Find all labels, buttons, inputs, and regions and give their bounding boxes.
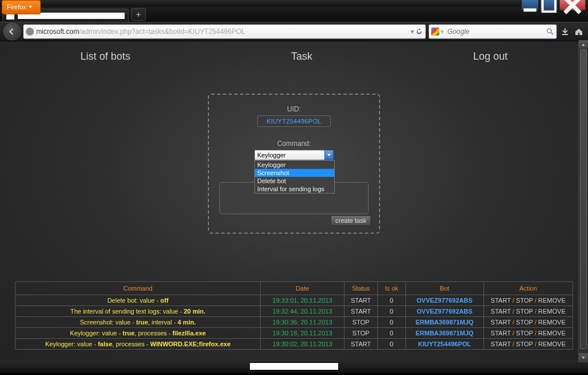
url-host: microsoft.com: [36, 28, 79, 36]
status-blank: [249, 362, 339, 370]
cell-isok: 0: [378, 295, 406, 306]
cell-action: START / STOP / REMOVE: [483, 328, 572, 339]
command-selected: Keylogger: [254, 150, 334, 160]
th-date: Date: [261, 282, 345, 295]
url-path: /admin/index.php?act=tasks&botid=KIUYT25…: [79, 28, 246, 36]
th-status: Status: [344, 282, 377, 295]
search-sep: ▾: [440, 28, 444, 36]
action-remove[interactable]: REMOVE: [538, 330, 566, 337]
action-stop[interactable]: STOP: [516, 330, 533, 337]
cell-status: START: [344, 306, 377, 317]
nav-list-of-bots[interactable]: List of bots: [80, 51, 130, 63]
app-window: Firefox + microsoft.com/admin/index.php?…: [0, 0, 588, 375]
scroll-thumb[interactable]: [580, 49, 587, 349]
nav-logout[interactable]: Log out: [473, 51, 508, 63]
task-table-wrap: Command Date Status Is ok Bot Action Del…: [15, 281, 573, 350]
cell-command: The interval of sending text logs: value…: [16, 306, 261, 317]
cell-date: 19:33:01, 20.11.2013: [261, 295, 345, 306]
search-bar[interactable]: ▾: [428, 24, 557, 39]
action-remove[interactable]: REMOVE: [538, 341, 566, 347]
cell-status: STOP: [344, 328, 377, 339]
svg-rect-0: [524, 8, 536, 11]
uid-value: KIUYT254496POL: [257, 115, 331, 127]
cell-action: START / STOP / REMOVE: [483, 317, 572, 328]
th-bot: Bot: [405, 282, 483, 295]
action-start[interactable]: START: [491, 330, 511, 337]
action-stop[interactable]: STOP: [516, 308, 533, 315]
status-bar: [0, 360, 588, 373]
table-row: Screenshot: value - true, interval - 4 m…: [16, 317, 573, 328]
th-isok: Is ok: [378, 282, 406, 295]
close-button[interactable]: [559, 0, 586, 10]
task-table: Command Date Status Is ok Bot Action Del…: [15, 281, 573, 350]
action-start[interactable]: START: [491, 319, 511, 326]
cell-action: START / STOP / REMOVE: [483, 339, 572, 350]
cell-bot: KIUYT254496POL: [405, 339, 483, 350]
cell-date: 19:30:02, 20.11.2013: [261, 339, 345, 350]
cell-bot: OVVEZ977692ABS: [405, 295, 483, 306]
top-nav: List of bots Task Log out: [0, 41, 588, 67]
cell-command: Delete bot: value - off: [16, 295, 261, 306]
table-row: Keylogger: value - false, processes - WI…: [16, 339, 573, 350]
home-icon[interactable]: [573, 26, 585, 37]
window-controls: [521, 0, 586, 10]
url-text: microsoft.com/admin/index.php?act=tasks&…: [36, 28, 409, 36]
cell-isok: 0: [378, 317, 406, 328]
action-remove[interactable]: REMOVE: [538, 319, 566, 326]
table-row: The interval of sending text logs: value…: [16, 306, 573, 317]
cell-bot: ERMBA369871MJQ: [405, 317, 483, 328]
cell-command: Screenshot: value - true, interval - 4 m…: [16, 317, 261, 328]
action-stop[interactable]: STOP: [516, 341, 533, 347]
action-remove[interactable]: REMOVE: [538, 297, 566, 304]
th-action: Action: [483, 282, 572, 295]
table-row: Keylogger: value - true, processes - fil…: [16, 328, 573, 339]
cell-command: Keylogger: value - true, processes - fil…: [16, 328, 261, 339]
command-select[interactable]: Keylogger KeyloggerScreenshotDelete botI…: [254, 150, 334, 160]
cell-action: START / STOP / REMOVE: [483, 295, 572, 306]
command-option[interactable]: Keylogger: [255, 161, 334, 169]
search-input[interactable]: [446, 27, 546, 36]
command-option[interactable]: Interval for sending logs: [255, 185, 334, 193]
cell-bot: ERMBA369871MJQ: [405, 328, 483, 339]
action-remove[interactable]: REMOVE: [538, 308, 566, 315]
table-row: Delete bot: value - off19:33:01, 20.11.2…: [16, 295, 573, 306]
scroll-down-icon[interactable]: [579, 353, 588, 362]
chevron-down-icon[interactable]: [324, 150, 334, 160]
action-start[interactable]: START: [491, 297, 511, 304]
back-button[interactable]: [3, 23, 21, 40]
action-stop[interactable]: STOP: [516, 297, 533, 304]
firefox-menu-button[interactable]: Firefox: [2, 0, 41, 14]
cell-isok: 0: [378, 306, 406, 317]
cell-date: 19:30:18, 20.11.2013: [261, 328, 345, 339]
action-start[interactable]: START: [491, 308, 511, 315]
create-task-button[interactable]: create task: [331, 215, 371, 226]
command-option[interactable]: Delete bot: [255, 177, 334, 185]
action-start[interactable]: START: [491, 341, 511, 347]
downloads-icon[interactable]: [559, 26, 571, 37]
command-label: Command:: [215, 140, 373, 148]
new-tab-button[interactable]: +: [131, 8, 146, 21]
reload-icon[interactable]: [415, 28, 423, 36]
firefox-menu-label: Firefox: [7, 3, 26, 10]
cell-action: START / STOP / REMOVE: [483, 306, 572, 317]
cell-date: 19:30:36, 20.11.2013: [261, 317, 345, 328]
vertical-scrollbar[interactable]: [578, 40, 588, 362]
url-dropdown-icon[interactable]: ▾: [409, 28, 415, 36]
command-dropdown: KeyloggerScreenshotDelete botInterval fo…: [254, 160, 335, 194]
uid-label: UID:: [215, 105, 373, 113]
action-stop[interactable]: STOP: [516, 319, 533, 326]
cell-date: 19:32:44, 20.11.2013: [261, 306, 345, 317]
task-form: UID: KIUYT254496POL Command: Keylogger K…: [208, 94, 380, 234]
cell-status: START: [344, 339, 377, 350]
google-icon: [431, 28, 439, 36]
scroll-up-icon[interactable]: [579, 40, 588, 49]
th-command: Command: [16, 282, 261, 295]
maximize-button[interactable]: [540, 0, 558, 10]
nav-task[interactable]: Task: [291, 51, 312, 63]
minimize-button[interactable]: [521, 0, 539, 10]
search-go-icon[interactable]: [546, 28, 554, 36]
url-bar[interactable]: microsoft.com/admin/index.php?act=tasks&…: [23, 24, 426, 39]
command-option[interactable]: Screenshot: [255, 169, 334, 177]
cell-isok: 0: [378, 328, 406, 339]
tab-strip: +: [0, 7, 588, 22]
